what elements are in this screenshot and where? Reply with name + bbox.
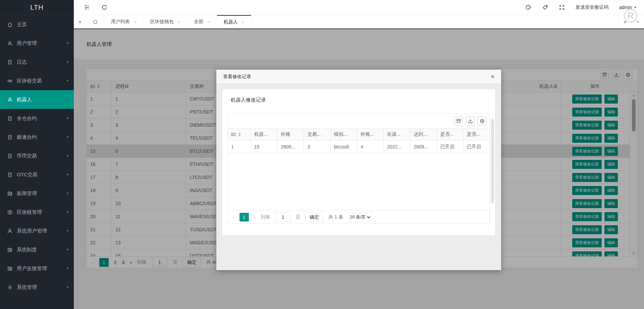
app-logo: LTH bbox=[0, 0, 74, 15]
page-number-current[interactable]: 1 bbox=[239, 213, 249, 222]
record-table: ID 机器... 价格 交易... 模拟... 价格... 在该... 达到..… bbox=[227, 113, 490, 224]
modal-header: 查看修改记录 × bbox=[216, 70, 501, 84]
chevron-down-icon: ▼ bbox=[66, 210, 69, 214]
link-icon bbox=[7, 78, 13, 84]
chevron-down-icon: ▼ bbox=[66, 229, 69, 233]
chevron-down-icon: ▼ bbox=[66, 135, 69, 139]
close-icon[interactable]: × bbox=[134, 19, 137, 24]
send-security-code-button[interactable]: 发送安全验证码 bbox=[576, 4, 608, 10]
record-card-title: 机器人修改记录 bbox=[227, 97, 490, 103]
record-table-header: ID 机器... 价格 交易... 模拟... 价格... 在该... 达到..… bbox=[228, 128, 490, 140]
sidebar-item-fast-contract[interactable]: 极速合约 ▼ bbox=[0, 128, 74, 146]
sidebar-item-system-users[interactable]: 系统用户管理 ▼ bbox=[0, 222, 74, 240]
goto-page-input[interactable] bbox=[275, 212, 290, 222]
page-unit-label: 页 bbox=[296, 214, 300, 220]
close-icon[interactable]: × bbox=[242, 20, 245, 25]
news-icon bbox=[7, 247, 13, 253]
record-table-row[interactable]: 1 15 2809... 3 btcusdt 4 2022... 2809...… bbox=[228, 140, 490, 153]
chevron-down-icon: ▼ bbox=[66, 60, 69, 64]
tag-icon[interactable] bbox=[542, 4, 548, 10]
tabbar-spacer bbox=[251, 15, 619, 28]
print-icon bbox=[480, 119, 485, 124]
gear-icon bbox=[7, 285, 13, 290]
tab-robot[interactable]: 机器人 × bbox=[217, 15, 252, 28]
chevron-down-icon: ▼ bbox=[66, 248, 69, 251]
user-icon bbox=[7, 41, 13, 46]
columns-filter-button[interactable] bbox=[454, 117, 463, 125]
next-page-button[interactable]: › bbox=[254, 214, 256, 220]
news-icon bbox=[7, 266, 13, 271]
prev-page-button[interactable]: ‹ bbox=[232, 214, 234, 220]
view-record-modal: 查看修改记录 × 机器人修改记录 ID bbox=[216, 70, 501, 270]
collapse-menu-icon[interactable] bbox=[84, 4, 90, 10]
chevron-down-icon: ▼ bbox=[66, 154, 69, 158]
document-icon bbox=[7, 116, 13, 121]
dollar-icon bbox=[7, 209, 13, 215]
tab-all[interactable]: 全部 × bbox=[187, 15, 217, 28]
sidebar-item-coin-trade[interactable]: 币币交易 ▼ bbox=[0, 146, 74, 165]
grid-icon bbox=[456, 119, 461, 124]
document-icon bbox=[7, 134, 13, 140]
sidebar-item-blockchain-trade[interactable]: 区块链交易 ▼ bbox=[0, 71, 74, 90]
page-size-select[interactable]: 20 条/页 bbox=[348, 212, 372, 222]
sidebar-item-logs[interactable]: 日志 ▼ bbox=[0, 53, 74, 71]
refresh-icon[interactable] bbox=[101, 4, 107, 10]
modal-body: 机器人修改记录 ID 机器... 价格 bbox=[216, 84, 501, 241]
tabs-scroll-left-button[interactable]: « bbox=[74, 15, 87, 28]
caret-down-icon: ▼ bbox=[634, 6, 637, 9]
print-button[interactable] bbox=[478, 117, 486, 125]
record-card: 机器人修改记录 ID 机器... 价格 bbox=[222, 89, 495, 235]
chevron-down-icon: ▼ bbox=[66, 267, 69, 270]
record-table-empty-space bbox=[228, 153, 490, 210]
sidebar-item-user-management[interactable]: 用户管理 ▼ bbox=[0, 34, 74, 53]
sidebar-item-otc-trade[interactable]: OTC交易 ▼ bbox=[0, 165, 74, 184]
news-icon bbox=[7, 191, 13, 196]
tab-blockchain-wallet[interactable]: 区块链钱包 × bbox=[144, 15, 187, 28]
modal-scrollbar-thumb[interactable] bbox=[491, 119, 494, 203]
document-icon bbox=[7, 153, 13, 159]
sort-icon[interactable] bbox=[238, 132, 241, 136]
close-icon[interactable]: × bbox=[178, 19, 180, 24]
sidebar-item-system-rules[interactable]: 系统制度 ▼ bbox=[0, 240, 74, 259]
chevron-down-icon: ▼ bbox=[66, 42, 69, 45]
user-icon bbox=[7, 228, 13, 234]
sidebar-item-feedback-management[interactable]: 用户反馈管理 ▼ bbox=[0, 259, 74, 278]
tab-home[interactable] bbox=[87, 15, 104, 28]
chevron-down-icon: ▼ bbox=[66, 192, 69, 195]
topbar: 发送安全验证码 admin ▼ bbox=[74, 0, 644, 15]
sidebar-item-news-management[interactable]: 新闻管理 ▼ bbox=[0, 184, 74, 203]
sidebar-item-robot[interactable]: 机器人 bbox=[0, 90, 74, 109]
fullscreen-icon[interactable] bbox=[559, 4, 565, 10]
record-table-pagination: ‹ 1 › 到第 页 确定 共 1 条 20 条/页 bbox=[228, 210, 490, 224]
sidebar: LTH 主页 用户管理 ▼ 日志 ▼ 区块链交易 ▼ 机器人 全仓合约 ▼ 极速… bbox=[0, 0, 74, 309]
close-icon[interactable]: × bbox=[491, 73, 494, 80]
sidebar-item-home[interactable]: 主页 bbox=[0, 15, 74, 34]
home-icon bbox=[7, 22, 13, 27]
goto-label: 到第 bbox=[261, 214, 270, 220]
sidebar-item-blockchain-management[interactable]: 区块链管理 ▼ bbox=[0, 203, 74, 222]
record-table-toolbar bbox=[228, 114, 490, 128]
home-icon bbox=[93, 19, 98, 24]
robot-user-icon bbox=[7, 97, 13, 103]
tab-user-list[interactable]: 用户列表 × bbox=[104, 15, 144, 28]
total-count: 共 1 条 bbox=[328, 214, 343, 220]
chevron-down-icon bbox=[636, 19, 640, 24]
theme-palette-icon[interactable] bbox=[525, 4, 531, 10]
chevron-down-icon: ▼ bbox=[66, 286, 69, 289]
confirm-page-button[interactable]: 确定 bbox=[305, 212, 323, 222]
tabbar: « 用户列表 × 区块链钱包 × 全部 × 机器人 × » bbox=[74, 15, 644, 29]
document-icon bbox=[7, 172, 13, 178]
chevron-down-icon: ▼ bbox=[66, 117, 69, 120]
export-button[interactable] bbox=[466, 117, 475, 125]
sidebar-item-full-contract[interactable]: 全仓合约 ▼ bbox=[0, 109, 74, 128]
chevron-down-icon: ▼ bbox=[66, 79, 69, 82]
modal-title: 查看修改记录 bbox=[223, 74, 251, 80]
close-icon[interactable]: × bbox=[207, 19, 210, 24]
tabs-menu-button[interactable] bbox=[631, 15, 644, 28]
chevron-down-icon: ▼ bbox=[66, 173, 69, 176]
sidebar-item-system-management[interactable]: 系统管理 ▼ bbox=[0, 278, 74, 297]
admin-menu[interactable]: admin ▼ bbox=[619, 5, 637, 10]
admin-username: admin bbox=[619, 5, 632, 10]
tabs-scroll-right-button[interactable]: » bbox=[619, 15, 631, 28]
content-area: 机器人管理 ID 进程id 交易对 机器人id 操作 1 1 bbox=[74, 29, 644, 309]
